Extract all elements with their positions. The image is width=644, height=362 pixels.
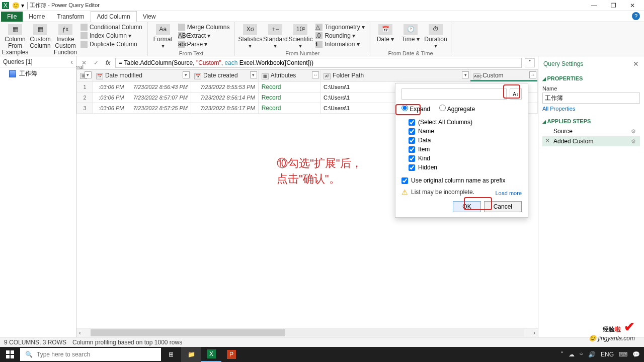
horizontal-scrollbar[interactable]: ‹› [76,328,538,337]
standard-button[interactable]: +−Standard ▾ [263,23,287,50]
tab-file[interactable]: File [1,12,23,22]
name-label: Name [542,85,640,92]
status-columns: 9 COLUMNS, 3 ROWS [4,339,66,346]
formula-dropdown-icon[interactable]: ˅ [525,58,535,67]
prefix-checkbox[interactable]: Use original column name as prefix [401,177,522,184]
column-checkbox[interactable]: Item [401,145,522,154]
ribbon-tabs: File Home Transform Add Column View ? [0,11,644,22]
cancel-button[interactable]: Cancel [484,201,522,212]
close-button[interactable]: ✕ [623,0,642,11]
col-selector[interactable]: ▦▾ [77,70,93,82]
col-attributes[interactable]: ▦Attributes↔ [258,70,320,82]
expand-columns-popup: A↓ Expand Aggregate (Select All Columns)… [395,83,528,218]
query-item[interactable]: 工作簿 [0,67,76,80]
help-icon[interactable]: ? [632,12,640,20]
svg-rect-3 [11,350,14,354]
scientific-button[interactable]: 10²Scientific ▾ [288,23,312,50]
col-date-created[interactable]: 📅Date created▾ [191,70,258,82]
cancel-formula-icon[interactable]: ✕ [79,59,89,66]
ok-button[interactable]: OK [453,201,480,212]
query-settings-header: Query Settings✕ [538,56,644,71]
query-settings-pane: Query Settings✕ PROPERTIES Name All Prop… [538,56,644,337]
tab-view[interactable]: View [137,12,162,22]
gear-icon[interactable]: ⚙ [631,128,636,135]
close-settings-icon[interactable]: ✕ [633,60,639,68]
step-added-custom[interactable]: ✕Added Custom⚙ [542,136,640,146]
warning-label: ⚠List may be incomplete. [401,188,474,196]
column-search-input[interactable] [401,88,507,100]
system-tray[interactable]: ˄ ☁ ⌔ 🔊 ENG ⌨ 💬 [556,351,644,358]
volume-icon[interactable]: 🔊 [588,351,596,358]
custom-column-button[interactable]: ▦Custom Column [28,23,52,50]
col-folder-path[interactable]: AᴮFolder Path▾ [320,70,470,82]
col-date-modified[interactable]: 📅Date modified▾ [93,70,191,82]
minimize-button[interactable]: — [585,0,604,11]
duplicate-column-button[interactable]: Duplicate Column [78,40,144,48]
powerpoint-icon[interactable]: P [221,347,242,362]
gear-icon[interactable]: ⚙ [631,138,636,145]
formula-input[interactable]: = Table.AddColumn(Source, "Custom", each… [115,58,522,68]
onedrive-icon[interactable]: ☁ [569,351,575,358]
notifications-icon[interactable]: 💬 [632,351,640,358]
task-view-icon[interactable]: ⊞ [161,347,181,362]
formula-bar: ✕ ✓ fx = Table.AddColumn(Source, "Custom… [76,56,538,69]
wifi-icon[interactable]: ⌔ [580,351,583,358]
parse-button[interactable]: abcParse ▾ [176,40,232,48]
sort-button[interactable]: A↓ [510,88,522,100]
queries-header[interactable]: Queries [1]‹ [0,56,76,67]
aggregate-radio[interactable]: Aggregate [439,105,475,113]
information-button[interactable]: ℹInformation ▾ [313,40,367,48]
format-button[interactable]: AaFormat ▾ [151,23,175,50]
rounding-button[interactable]: .0Rounding ▾ [313,32,367,40]
start-button[interactable] [0,347,20,362]
chevron-up-icon[interactable]: ˄ [560,351,564,358]
column-checkbox[interactable]: Kind [401,154,522,163]
language-indicator[interactable]: ENG [601,351,614,358]
all-properties-link[interactable]: All Properties [542,104,575,112]
svg-text:P: P [229,351,233,358]
statistics-button[interactable]: XσStatistics ▾ [238,23,262,50]
tab-transform[interactable]: Transform [51,12,90,22]
ribbon: ▦Column From Examples ▾ ▦Custom Column ƒ… [0,22,644,56]
svg-text:X: X [209,350,213,357]
excel-icon: X [2,2,9,9]
maximize-button[interactable]: ❐ [604,0,623,11]
annotation-text: ⑩勾选"扩展"后， 点击"确认"。 [277,156,362,187]
search-icon: 🔍 [25,351,33,358]
query-name-input[interactable] [542,93,640,104]
tab-home[interactable]: Home [23,12,51,22]
fx-icon[interactable]: fx [104,59,112,66]
window-title: 工作簿 - Power Query Editor [30,2,100,9]
excel-taskbar-icon[interactable]: X [201,347,221,362]
accept-formula-icon[interactable]: ✓ [92,59,101,66]
ime-icon[interactable]: ⌨ [619,351,627,358]
windows-taskbar: 🔍Type here to search ⊞ 📁 X P ˄ ☁ ⌔ 🔊 ENG… [0,347,644,362]
explorer-icon[interactable]: 📁 [181,347,201,362]
merge-columns-button[interactable]: Merge Columns [176,23,232,31]
extract-button[interactable]: ABCExtract ▾ [176,32,232,40]
column-checkbox[interactable]: Hidden [401,163,522,172]
expand-radio[interactable]: Expand [401,105,430,113]
column-checkbox[interactable]: Data [401,136,522,145]
queries-pane: Queries [1]‹ 工作簿 [0,56,76,337]
index-column-button[interactable]: Index Column ▾ [78,32,144,40]
properties-heading: PROPERTIES [542,73,640,83]
time-button[interactable]: 🕐Time ▾ [398,23,423,44]
svg-rect-2 [6,350,10,354]
column-checkbox[interactable]: Name [401,127,522,136]
taskbar-search[interactable]: 🔍Type here to search [20,348,161,361]
load-more-link[interactable]: Load more [495,188,522,196]
col-custom[interactable]: ABCCustom↔ [470,70,538,82]
date-button[interactable]: 📅Date ▾ [373,23,397,44]
collapse-icon[interactable]: ‹ [70,58,73,66]
status-bar: 9 COLUMNS, 3 ROWS Column profiling based… [0,337,644,347]
duration-button[interactable]: ⏱Duration ▾ [424,23,448,50]
invoke-function-button[interactable]: ƒxInvoke Custom Function [53,23,77,57]
conditional-column-button[interactable]: Conditional Column [78,23,144,31]
trigonometry-button[interactable]: △Trigonometry ▾ [313,23,367,31]
watermark-logo: 经验啦 ✔ 😉 jingyanla.com [589,319,635,342]
step-source[interactable]: Source⚙ [542,126,640,136]
tab-add-column[interactable]: Add Column [91,11,137,22]
select-all-checkbox[interactable]: (Select All Columns) [401,118,522,127]
delete-step-icon[interactable]: ✕ [545,138,549,143]
